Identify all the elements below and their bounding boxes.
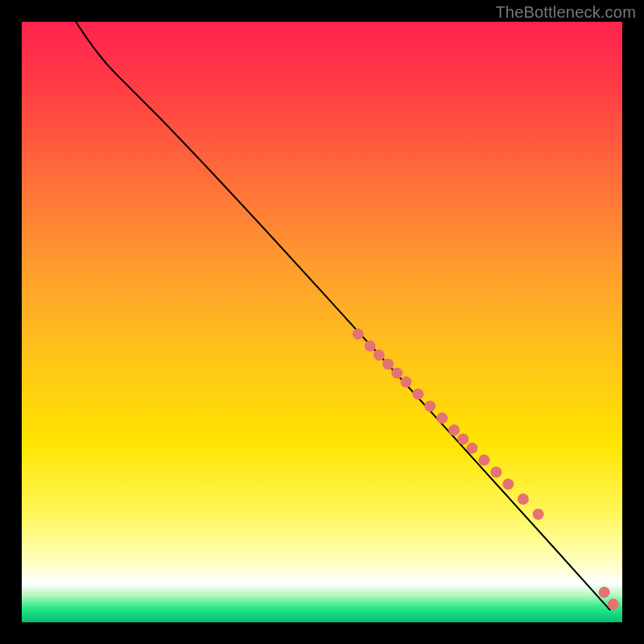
data-point xyxy=(424,400,436,411)
curve-line xyxy=(76,22,610,610)
plot-area xyxy=(22,22,622,622)
data-point xyxy=(457,433,469,444)
data-point xyxy=(518,493,529,505)
data-point xyxy=(608,599,619,610)
data-point xyxy=(502,478,514,489)
data-point xyxy=(374,349,385,361)
data-point xyxy=(391,367,402,378)
data-point xyxy=(436,412,448,423)
data-point xyxy=(382,358,394,369)
data-point xyxy=(478,455,489,466)
attribution-text: TheBottleneck.com xyxy=(495,3,636,22)
data-point xyxy=(412,389,423,400)
data-point xyxy=(353,328,364,340)
scatter-points xyxy=(353,328,619,610)
data-point xyxy=(365,341,376,352)
curve-layer xyxy=(22,22,622,622)
data-point xyxy=(467,443,478,454)
data-point xyxy=(400,377,411,388)
data-point xyxy=(448,424,460,436)
data-point xyxy=(490,467,502,478)
data-point xyxy=(533,509,544,520)
data-point xyxy=(599,587,610,598)
